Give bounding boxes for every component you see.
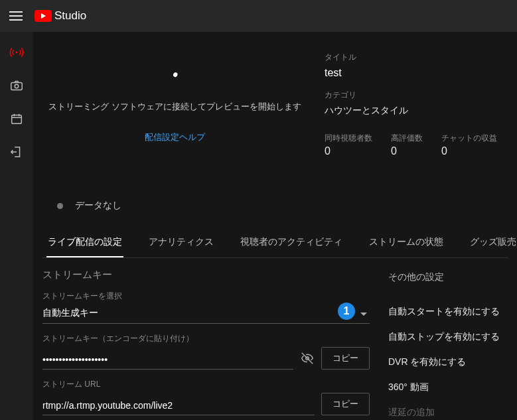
auto-start-option[interactable]: 自動スタートを有効にする (388, 306, 508, 318)
tab-stream-settings[interactable]: ライブ配信の設定 (46, 228, 123, 257)
left-rail (0, 32, 33, 420)
youtube-play-icon (35, 10, 52, 22)
tab-bar: ライブ配信の設定 アナリティクス 視聴者のアクティビティ ストリームの状態 グッ… (42, 228, 508, 258)
stat-chat-revenue: チャットの収益 0 (441, 133, 497, 157)
stream-settings-help-link[interactable]: 配信設定ヘルプ (145, 131, 205, 143)
preview-message: ストリーミング ソフトウェアに接続してプレビューを開始します (48, 101, 301, 113)
preview-panel: ストリーミング ソフトウェアに接続してプレビューを開始します 配信設定ヘルプ (42, 41, 307, 183)
360-video-option[interactable]: 360° 動画 (388, 382, 508, 393)
stream-key-heading: ストリームキー (42, 269, 370, 281)
exit-icon[interactable] (9, 145, 24, 159)
logo-text: Studio (54, 9, 86, 23)
stat-concurrent: 同時視聴者数 0 (325, 133, 372, 157)
latency-option[interactable]: 遅延の追加 (388, 407, 508, 419)
step-badge: 1 (338, 303, 355, 320)
svg-rect-1 (11, 82, 23, 90)
stream-url-field[interactable] (42, 397, 315, 415)
title-value: test (325, 67, 498, 79)
copy-key-button[interactable]: コピー (321, 347, 370, 370)
svg-point-2 (15, 84, 19, 88)
main-area: ストリーミング ソフトウェアに接続してプレビューを開始します 配信設定ヘルプ タ… (33, 32, 517, 420)
stream-info-panel: タイトル test カテゴリ ハウツーとスタイル 同時視聴者数 0 高評価数 0… (315, 41, 508, 183)
title-label: タイトル (325, 52, 498, 63)
chevron-down-icon (360, 313, 367, 316)
stream-key-select[interactable]: ストリームキーを選択 自動生成キー 1 (42, 291, 370, 324)
tab-merchandise[interactable]: グッズ販売 (469, 228, 517, 257)
stat-likes: 高評価数 0 (391, 133, 423, 157)
visibility-off-icon[interactable] (300, 351, 315, 366)
auto-stop-option[interactable]: 自動ストップを有効にする (388, 331, 508, 343)
status-text: データなし (75, 200, 121, 212)
stream-key-select-value: 自動生成キー (42, 305, 370, 324)
status-dot-icon (57, 203, 63, 209)
dvr-option[interactable]: DVR を有効にする (388, 356, 508, 368)
other-settings-heading: その他の設定 (388, 271, 508, 283)
tab-stream-health[interactable]: ストリームの状態 (368, 228, 445, 257)
app-header: Studio (0, 0, 517, 32)
category-label: カテゴリ (325, 90, 498, 101)
live-stream-icon[interactable] (9, 45, 24, 60)
loading-spinner-icon (172, 72, 177, 78)
tab-analytics[interactable]: アナリティクス (147, 228, 215, 257)
hamburger-menu-icon[interactable] (9, 11, 23, 21)
svg-rect-3 (12, 115, 22, 124)
copy-url-button[interactable]: コピー (321, 393, 370, 415)
camera-icon[interactable] (9, 78, 24, 93)
category-value: ハウツーとスタイル (325, 105, 498, 117)
svg-point-0 (16, 52, 18, 54)
status-bar: データなし (42, 192, 508, 219)
studio-logo[interactable]: Studio (35, 9, 86, 23)
calendar-icon[interactable] (9, 111, 24, 126)
stream-key-field[interactable] (42, 352, 293, 370)
tab-viewer-activity[interactable]: 視聴者のアクティビティ (239, 228, 344, 257)
